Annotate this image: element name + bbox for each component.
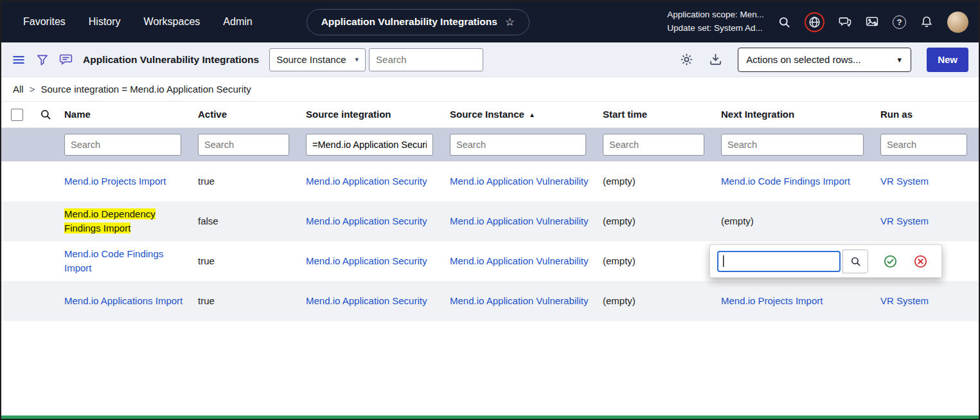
list-feedback-icon[interactable] [59, 53, 73, 66]
table-row: Mend.io Code Findings Import true Mend.i… [1, 241, 979, 281]
source-integration-link[interactable]: Mend.io Application Security [306, 174, 427, 189]
table-filter-row [1, 128, 979, 161]
next-integration-link[interactable]: Mend.io Projects Import [721, 294, 823, 309]
column-header-next-integration[interactable]: Next Integration [716, 104, 875, 126]
favorite-star-icon[interactable]: ☆ [505, 15, 515, 29]
column-header-source-instance[interactable]: Source Instance ▲ [445, 104, 598, 126]
filter-input-active[interactable] [198, 134, 289, 156]
start-time-value: (empty) [598, 201, 716, 241]
next-integration-edit-cell [716, 241, 875, 281]
run-as-link[interactable]: VR System [880, 214, 929, 229]
application-scope-text: Application scope: Men... [667, 8, 764, 22]
list-search-group: Source Instance ▾ [269, 48, 483, 71]
reference-input-group [717, 250, 868, 273]
start-time-value: (empty) [598, 241, 716, 281]
active-value: false [193, 201, 301, 241]
filter-input-name[interactable] [64, 134, 181, 156]
table-row: Mend.io Projects Import true Mend.io App… [1, 161, 979, 201]
actions-dropdown-label: Actions on selected rows... [746, 54, 860, 65]
column-header-run-as[interactable]: Run as [875, 104, 979, 126]
column-header-source-integration[interactable]: Source integration [301, 104, 445, 126]
sort-asc-icon: ▲ [529, 110, 535, 120]
reference-edit-input[interactable] [717, 251, 841, 272]
source-instance-link[interactable]: Mend.io Application Vulnerability [450, 294, 588, 309]
record-name-link[interactable]: Mend.io Code Findings Import [64, 247, 184, 276]
table-row: Mend.io Applications Import true Mend.io… [1, 281, 979, 321]
column-header-name[interactable]: Name [59, 104, 193, 126]
record-name-link[interactable]: Mend.io Projects Import [64, 174, 166, 189]
active-value: true [193, 241, 301, 281]
chat-icon[interactable] [839, 15, 851, 28]
help-icon[interactable]: ? [893, 15, 906, 29]
record-name-link[interactable]: Mend.io Applications Import [64, 294, 183, 309]
user-avatar[interactable] [947, 12, 968, 33]
search-field-selected: Source Instance [276, 54, 346, 65]
filter-input-run-as[interactable] [880, 134, 967, 156]
list-toolbar-right: Actions on selected rows... ▼ New [680, 48, 968, 72]
update-set-text: Update set: System Ad... [667, 22, 764, 35]
source-integration-link[interactable]: Mend.io Application Security [306, 214, 427, 229]
export-download-icon[interactable] [709, 53, 722, 66]
source-integration-link[interactable]: Mend.io Application Security [306, 254, 427, 269]
breadcrumb-separator: > [30, 84, 35, 95]
run-as-link[interactable]: VR System [880, 174, 929, 189]
list-toolbar: Application Vulnerability Integrations S… [1, 42, 979, 77]
search-icon[interactable] [778, 16, 790, 28]
next-integration-value: (empty) [716, 201, 875, 241]
application-window: Favorites History Workspaces Admin Appli… [0, 0, 980, 420]
table-body: Mend.io Projects Import true Mend.io App… [1, 161, 979, 321]
list-menu-icon[interactable] [12, 53, 26, 67]
record-name-link[interactable]: Mend.io Dependency Findings Import [64, 207, 184, 236]
active-value: true [193, 281, 301, 321]
start-time-value: (empty) [598, 281, 716, 321]
top-nav-right: Application scope: Men... Update set: Sy… [667, 8, 968, 35]
actions-dropdown[interactable]: Actions on selected rows... ▼ [738, 48, 911, 72]
confirm-edit-icon[interactable] [884, 255, 897, 268]
chevron-down-icon: ▾ [355, 55, 359, 64]
image-capture-icon[interactable] [866, 15, 878, 28]
breadcrumb: All > Source integration = Mend.io Appli… [1, 77, 979, 102]
select-all-checkbox[interactable] [11, 109, 23, 121]
current-page-pill[interactable]: Application Vulnerability Integrations ☆ [307, 9, 530, 35]
nav-favorites[interactable]: Favorites [12, 10, 77, 34]
active-value: true [193, 161, 301, 201]
top-nav: Favorites History Workspaces Admin Appli… [1, 1, 979, 42]
run-as-link[interactable]: VR System [880, 294, 929, 309]
notifications-bell-icon[interactable] [920, 15, 933, 28]
list-search-toggle-icon[interactable] [32, 105, 59, 124]
reference-edit-popup [709, 244, 942, 278]
source-instance-link[interactable]: Mend.io Application Vulnerability [450, 174, 588, 189]
new-button[interactable]: New [927, 48, 968, 72]
globe-icon[interactable] [808, 16, 821, 28]
breadcrumb-condition[interactable]: Source integration = Mend.io Application… [40, 84, 251, 95]
page-title: Application Vulnerability Integrations [321, 16, 497, 28]
filter-input-source-instance[interactable] [450, 134, 586, 156]
filter-input-source-integration[interactable] [306, 134, 433, 156]
search-highlight: Mend.io Dependency Findings Import [64, 208, 156, 234]
filter-icon[interactable] [36, 53, 49, 66]
chevron-down-icon: ▼ [896, 56, 903, 64]
search-field-select[interactable]: Source Instance ▾ [269, 48, 366, 71]
column-header-active[interactable]: Active [193, 104, 301, 126]
source-instance-link[interactable]: Mend.io Application Vulnerability [450, 214, 588, 229]
cancel-edit-icon[interactable] [914, 255, 927, 268]
filter-input-start-time[interactable] [603, 134, 704, 156]
column-header-start-time[interactable]: Start time [598, 104, 716, 126]
breadcrumb-all[interactable]: All [13, 84, 24, 95]
start-time-value: (empty) [598, 161, 716, 201]
gear-icon[interactable] [680, 53, 693, 66]
next-integration-link[interactable]: Mend.io Code Findings Import [721, 174, 850, 189]
list-table: Name Active Source integration Source In… [1, 102, 979, 321]
source-integration-link[interactable]: Mend.io Application Security [306, 294, 427, 309]
scope-info[interactable]: Application scope: Men... Update set: Sy… [667, 8, 764, 35]
source-instance-link[interactable]: Mend.io Application Vulnerability [450, 254, 588, 269]
nav-history[interactable]: History [77, 10, 132, 34]
nav-admin[interactable]: Admin [211, 10, 263, 34]
list-title: Application Vulnerability Integrations [83, 54, 259, 66]
annotation-circle [805, 12, 824, 32]
table-row: Mend.io Dependency Findings Import false… [1, 201, 979, 241]
nav-workspaces[interactable]: Workspaces [132, 10, 212, 34]
list-search-input[interactable] [369, 48, 483, 71]
reference-lookup-button[interactable] [842, 250, 868, 273]
filter-input-next-integration[interactable] [721, 134, 864, 156]
